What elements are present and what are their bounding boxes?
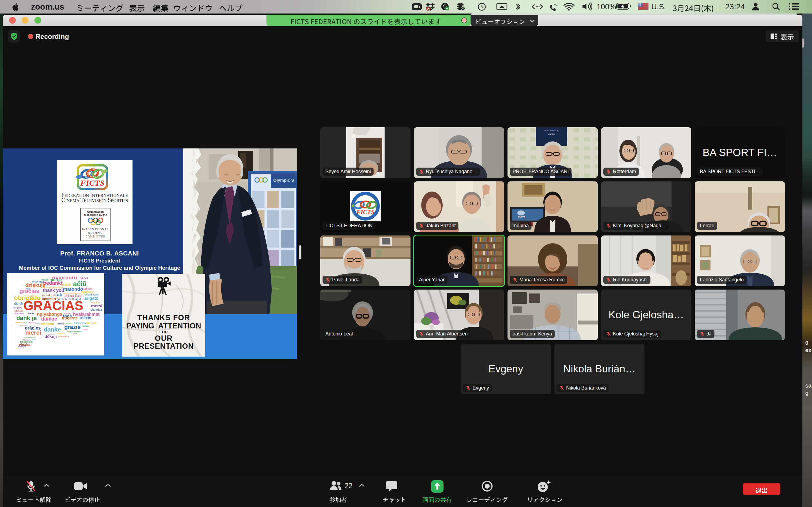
svg-text:FICTS: FICTS — [356, 209, 374, 216]
svg-text:2: 2 — [427, 7, 429, 11]
svg-text:MILANO: MILANO — [548, 133, 555, 135]
svg-text:FICTS: FICTS — [518, 216, 525, 219]
svg-text:Olympic S: Olympic S — [273, 178, 294, 182]
svg-text:FEDERATION INTL: FEDERATION INTL — [356, 193, 375, 196]
svg-text:FICTS: FICTS — [80, 179, 105, 187]
svg-text:SPORT MOVIES TV: SPORT MOVIES TV — [544, 130, 559, 131]
